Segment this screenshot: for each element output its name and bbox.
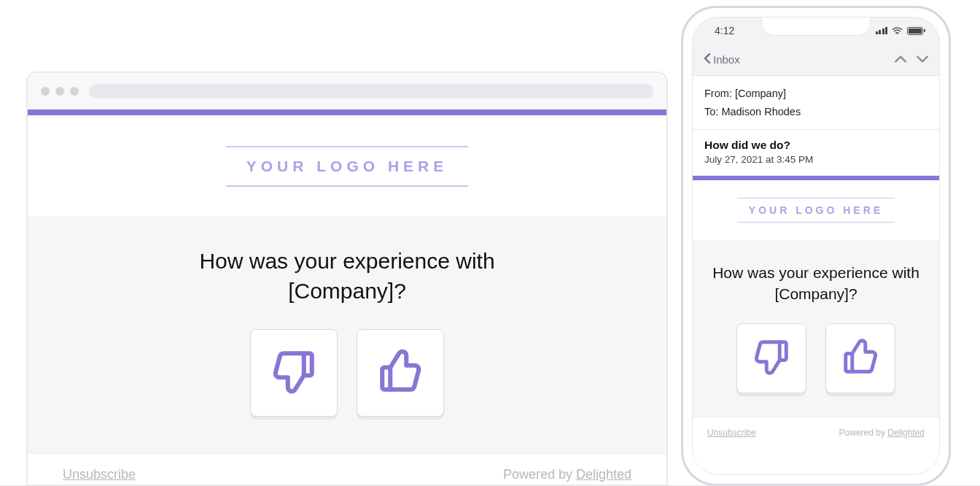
survey-question: How was your experience with [Company]? — [701, 263, 930, 304]
thumbs-down-icon — [270, 347, 318, 398]
to-label: To: — [704, 106, 718, 117]
chevron-left-icon — [703, 53, 712, 66]
unsubscribe-link[interactable]: Unsubscribe — [63, 467, 136, 482]
thumbs-up-button[interactable] — [357, 329, 444, 417]
window-dot — [41, 87, 50, 96]
thumbs-down-button[interactable] — [250, 329, 338, 417]
to-line: To: Madison Rhodes — [704, 103, 928, 121]
accent-bar — [28, 109, 666, 115]
powered-by-prefix: Powered by — [503, 467, 576, 482]
phone-notch — [761, 17, 871, 36]
powered-by-prefix: Powered by — [839, 428, 888, 438]
thumbs-down-button[interactable] — [736, 323, 806, 393]
logo-area: YOUR LOGO HERE — [28, 115, 666, 217]
email-subject-block: How did we do? July 27, 2021 at 3:45 PM — [693, 130, 939, 176]
survey-question: How was your experience with [Company]? — [158, 247, 537, 306]
thumbs-up-icon — [841, 337, 880, 379]
survey-body: How was your experience with [Company]? — [693, 241, 939, 417]
wifi-icon — [892, 25, 903, 36]
window-dot — [70, 87, 79, 96]
from-value: [Company] — [735, 88, 786, 99]
email-meta: From: [Company] To: Madison Rhodes — [693, 76, 939, 130]
email-date: July 27, 2021 at 3:45 PM — [704, 154, 928, 165]
from-label: From: — [704, 88, 732, 99]
to-value: Madison Rhodes — [721, 106, 801, 117]
back-button[interactable]: Inbox — [703, 53, 740, 66]
email-footer: Unsubscribe Powered by Delighted — [693, 417, 939, 448]
svg-point-0 — [897, 34, 898, 34]
logo-placeholder: YOUR LOGO HERE — [226, 146, 469, 187]
window-controls — [41, 87, 79, 96]
email-footer: Unsubscribe Powered by Delighted — [28, 454, 666, 486]
next-message-button[interactable] — [916, 53, 929, 66]
logo-placeholder: YOUR LOGO HERE — [737, 198, 895, 223]
logo-area: YOUR LOGO HERE — [693, 180, 939, 241]
desktop-email-preview: YOUR LOGO HERE How was your experience w… — [26, 72, 668, 486]
window-dot — [55, 87, 64, 96]
unsubscribe-link[interactable]: Unsubscribe — [707, 428, 756, 438]
powered-by: Powered by Delighted — [503, 467, 631, 482]
status-time: 4:12 — [715, 25, 734, 36]
email-subject: How did we do? — [704, 139, 928, 152]
address-bar[interactable] — [89, 84, 653, 99]
mail-navbar: Inbox — [693, 44, 939, 76]
back-label: Inbox — [713, 53, 740, 66]
signal-icon — [876, 27, 888, 34]
battery-icon — [907, 27, 923, 35]
browser-chrome — [28, 73, 666, 109]
powered-by: Powered by Delighted — [839, 428, 925, 438]
mobile-email-preview: 4:12 Inbox — [681, 6, 951, 486]
thumbs-down-icon — [752, 337, 791, 379]
prev-message-button[interactable] — [894, 53, 907, 66]
powered-by-brand-link[interactable]: Delighted — [576, 467, 631, 482]
powered-by-brand-link[interactable]: Delighted — [887, 428, 925, 438]
thumbs-up-button[interactable] — [825, 323, 895, 393]
thumbs-up-icon — [376, 347, 424, 398]
from-line: From: [Company] — [704, 85, 928, 103]
survey-body: How was your experience with [Company]? — [28, 217, 666, 454]
